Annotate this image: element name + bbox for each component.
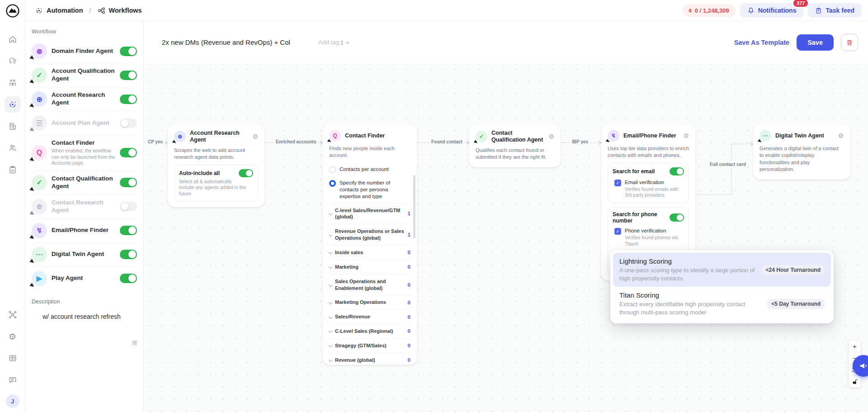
save-button[interactable]: Save [797, 34, 834, 51]
trash-icon [846, 39, 853, 46]
reports-icon[interactable] [5, 161, 21, 178]
scoring-option[interactable]: Lightning Scoring A one-pass scoring typ… [613, 253, 831, 287]
scoring-option[interactable]: Titan Scoring Extract every identifiable… [613, 287, 831, 321]
app-logo[interactable] [6, 4, 19, 18]
node-contact-finder[interactable]: Q Contact Finder Finds new people inside… [323, 124, 417, 365]
people-icon[interactable] [5, 140, 21, 156]
cursor-decoration-icon [29, 235, 35, 241]
save-as-template-button[interactable]: Save As Template [734, 39, 790, 46]
zoom-in-button[interactable]: + [849, 341, 861, 352]
agent-toggle[interactable] [120, 274, 137, 283]
agent-toggle[interactable] [120, 202, 137, 211]
phone-verification-checkbox[interactable]: ✓ [614, 228, 621, 235]
auto-include-toggle[interactable] [239, 169, 253, 177]
cursor-decoration-icon [29, 259, 35, 265]
persona-row[interactable]: C-Level Sales (Regional) 0 [329, 324, 410, 338]
agent-toggle[interactable] [120, 95, 137, 104]
chevron-down-icon[interactable] [329, 301, 332, 304]
email-verification-checkbox[interactable]: ✓ [614, 180, 621, 186]
phone-scoring-dropdown: Lightning Scoring A one-pass scoring typ… [610, 250, 834, 323]
node-settings-gear-icon[interactable]: ⚙ [548, 133, 554, 140]
automation-icon [35, 7, 43, 14]
persona-row[interactable]: C-level Sales/Revenue/GTM (global) 1 [329, 203, 410, 224]
chevron-down-icon[interactable] [329, 265, 332, 269]
agent-toggle[interactable] [120, 250, 137, 259]
breadcrumb-workflows[interactable]: Workflows [109, 7, 142, 14]
persona-count: 0 [408, 357, 410, 363]
add-tag-plus-icon[interactable]: + [345, 38, 349, 46]
node-digital-twin-agent[interactable]: ⋯ Digital Twin Agent ⚙ Generates a digit… [753, 124, 850, 180]
chat-icon[interactable] [5, 372, 21, 388]
search-email-toggle[interactable] [670, 167, 684, 175]
automation-icon[interactable] [5, 96, 21, 113]
edge-label: Found contact [429, 139, 464, 145]
chevron-down-icon[interactable] [329, 212, 332, 215]
radio-icon[interactable] [329, 180, 336, 187]
agent-toggle[interactable] [120, 47, 137, 56]
task-feed-button[interactable]: Task feed [808, 3, 862, 18]
agent-toggle[interactable] [120, 178, 137, 187]
edge-label: CP yes [146, 139, 165, 145]
settings-gear-icon[interactable]: ⚙ [5, 328, 21, 345]
persona-row[interactable]: Sales Operations and Enablement (global)… [329, 274, 410, 295]
chevron-down-icon[interactable] [329, 358, 332, 362]
agent-toggle[interactable] [120, 226, 137, 235]
delete-workflow-button[interactable] [841, 34, 858, 51]
node-title: Email/Phone Finder [623, 133, 679, 139]
agent-icon: ☰ [32, 115, 47, 131]
node-title: Digital Twin Agent [775, 133, 834, 139]
canvas-grid[interactable] [144, 63, 868, 412]
tables-icon[interactable] [5, 350, 21, 366]
team-icon[interactable] [5, 75, 21, 91]
breadcrumb-automation[interactable]: Automation [47, 7, 83, 14]
node-settings-gear-icon[interactable]: ⚙ [838, 132, 844, 139]
agent-row: ▶ Play Agent [32, 267, 137, 290]
chevron-down-icon[interactable] [329, 329, 332, 333]
agent-list: ⊛ Domain Finder Agent ✓ Account Qualific… [32, 39, 137, 290]
workflow-panel: Workflow ⊛ Domain Finder Agent ✓ Account… [25, 21, 144, 412]
workflow-title[interactable]: 2x new DMs (Revenue and RevOps) + Col [162, 38, 290, 46]
chevron-down-icon[interactable] [329, 283, 332, 286]
tag-spinner-icon[interactable]: ▴▾ [341, 39, 343, 46]
integrations-icon[interactable] [5, 307, 21, 323]
node-scrollbar[interactable] [413, 175, 415, 238]
node-account-research-agent[interactable]: ⊕ Account Research Agent ⚙ Scrapes the w… [168, 124, 264, 207]
agent-toggle[interactable] [120, 71, 137, 80]
persona-count: 0 [408, 343, 410, 348]
persona-row[interactable]: Sales/Revenue 0 [329, 309, 410, 324]
ai-brain-icon[interactable] [5, 53, 21, 69]
chevron-down-icon[interactable] [329, 233, 332, 237]
chevron-down-icon[interactable] [329, 344, 332, 347]
chevron-down-icon[interactable] [329, 315, 332, 318]
agent-toggle[interactable] [120, 148, 137, 157]
node-settings-gear-icon[interactable]: ⚙ [252, 133, 258, 140]
contact-finder-icon: Q [329, 130, 341, 142]
persona-row[interactable]: Revenue (global) 0 [329, 353, 410, 365]
chevron-down-icon[interactable] [329, 251, 332, 254]
persona-row[interactable]: Marketing 0 [329, 260, 410, 274]
description-textarea[interactable]: w/ account research refresh [32, 307, 137, 365]
persona-count: 1 [408, 211, 410, 216]
cursor-decoration-icon [606, 139, 611, 143]
user-avatar[interactable]: J [6, 394, 19, 408]
notifications-button[interactable]: Notifications 377 [740, 3, 804, 18]
account-research-agent-icon: ⊕ [174, 131, 186, 142]
lock-button[interactable] [849, 376, 861, 388]
contacts-option-radio-row[interactable]: Specify the number of contacts per perso… [329, 176, 410, 203]
add-tag-control[interactable]: Add tag ▴▾ + [318, 38, 349, 46]
persona-row[interactable]: Marketing Operations 0 [329, 295, 410, 309]
home-icon[interactable] [5, 31, 21, 47]
agent-toggle[interactable] [120, 118, 137, 128]
search-phone-toggle[interactable] [670, 213, 684, 222]
cursor-decoration-icon [29, 79, 35, 85]
textarea-resize-handle[interactable] [132, 341, 137, 345]
persona-row[interactable]: Stragegy (GTM/Sales) 0 [329, 338, 410, 353]
persona-row[interactable]: Revenue Operations or Sales Operations (… [329, 224, 410, 245]
node-contact-qualification-agent[interactable]: ✓ Contact Qualification Agent ⚙ Qualifie… [469, 124, 561, 167]
companies-icon[interactable] [5, 118, 21, 134]
clipboard-icon [815, 7, 822, 14]
radio-icon[interactable] [329, 166, 336, 173]
node-settings-gear-icon[interactable]: ⚙ [683, 132, 689, 139]
persona-row[interactable]: Inside sales 0 [329, 245, 410, 260]
contacts-option-radio-row[interactable]: Contacts per account [329, 163, 410, 176]
